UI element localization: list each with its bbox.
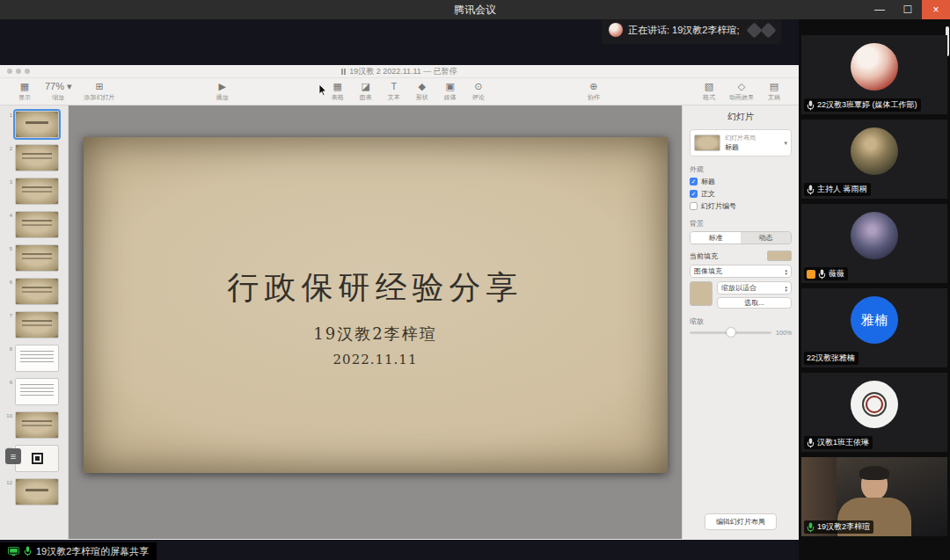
- participant-tile[interactable]: 22汉教3班覃婷 (媒体工作部): [801, 35, 947, 114]
- slide-thumbnail-preview[interactable]: [15, 445, 59, 472]
- keynote-titlebar[interactable]: 19汉教 2 2022.11.11 — 已暂停: [0, 65, 799, 78]
- appearance-option-正文[interactable]: ✓正文: [690, 189, 792, 199]
- participant-avatar: 雅楠: [851, 296, 898, 344]
- slide-thumbnail[interactable]: 2: [5, 144, 68, 171]
- participant-tile[interactable]: 主持人 蒋雨桐: [801, 120, 947, 199]
- participant-avatar: [851, 381, 898, 428]
- minimize-button[interactable]: —: [866, 0, 894, 19]
- toolbar-media-button[interactable]: ▣媒体: [442, 81, 458, 102]
- slide-navigator-button[interactable]: ≡: [5, 448, 21, 464]
- pause-icon: [341, 69, 346, 75]
- slide-thumbnail[interactable]: 12: [5, 478, 68, 505]
- collaborate-icon: ⊕: [589, 81, 597, 92]
- toolbar-document-button[interactable]: ▤文稿: [766, 81, 782, 102]
- participant-avatar: [851, 127, 898, 175]
- slide-date: 2022.11.11: [333, 352, 418, 367]
- slide-number: 8: [5, 345, 12, 352]
- appearance-option-幻灯片编号[interactable]: 幻灯片编号: [690, 201, 792, 211]
- participant-name: 22汉教3班覃婷 (媒体工作部): [817, 99, 917, 111]
- slide-thumbnail-preview[interactable]: [15, 478, 59, 505]
- layout-thumbnail: [694, 135, 720, 151]
- checkbox[interactable]: [690, 202, 698, 210]
- current-fill-swatch[interactable]: [767, 251, 792, 261]
- appearance-option-标题[interactable]: ✓标题: [690, 177, 792, 186]
- zoom-icon: 77% ▾: [45, 81, 72, 92]
- checkbox[interactable]: ✓: [690, 178, 698, 185]
- scale-value: 100%: [776, 330, 792, 336]
- slide-number: 5: [5, 244, 12, 251]
- participant-tile[interactable]: 汉教1班王依琳: [801, 373, 947, 452]
- slide-thumbnail[interactable]: 10: [5, 411, 68, 439]
- slide-thumbnail[interactable]: 8: [5, 345, 68, 372]
- current-slide[interactable]: 行政保研经验分享 19汉教2李梓瑄 2022.11.11: [84, 137, 668, 473]
- format-icon: ▧: [705, 81, 713, 92]
- toolbar-zoom-button[interactable]: 77% ▾缩放: [45, 81, 72, 102]
- slide-thumbnail-preview[interactable]: [15, 311, 59, 338]
- participant-tile[interactable]: 19汉教2李梓瑄: [801, 457, 947, 536]
- participant-tile[interactable]: 薇薇: [801, 204, 947, 283]
- toolbar-view-button[interactable]: ▦显示: [17, 81, 33, 102]
- toolbar-chart-button[interactable]: ◪图表: [358, 81, 374, 102]
- mic-icon: [807, 522, 815, 533]
- background-image-swatch[interactable]: [690, 281, 712, 306]
- toolbar-shape-button[interactable]: ◆形状: [414, 81, 430, 102]
- background-tab-标准[interactable]: 标准: [691, 232, 741, 244]
- participant-tile[interactable]: 雅楠22汉教张雅楠: [801, 288, 947, 367]
- slide-number: 6: [5, 278, 12, 285]
- toolbar-format-button[interactable]: ▧格式: [701, 81, 717, 102]
- toolbar-table-button[interactable]: ▦表格: [330, 81, 346, 102]
- toolbar-animate-button[interactable]: ◇动画效果: [729, 81, 754, 102]
- toolbar-add-slide-button[interactable]: ⊞添加幻灯片: [84, 81, 115, 102]
- slide-thumbnail[interactable]: 7: [5, 311, 68, 338]
- participants-sidebar: 22汉教3班覃婷 (媒体工作部)主持人 蒋雨桐薇薇雅楠22汉教张雅楠汉教1班王依…: [799, 19, 950, 560]
- scale-mode-dropdown[interactable]: 缩放以适合 ▴▾: [717, 281, 792, 295]
- participant-name-badge: 22汉教张雅楠: [804, 352, 859, 365]
- slide-thumbnail-preview[interactable]: [15, 244, 59, 272]
- screen-share-area: 正在讲话: 19汉教2李梓瑄; 19汉教 2 2022.11.11 — 已暂停 …: [0, 19, 799, 560]
- slider-knob[interactable]: [727, 328, 735, 337]
- slide-thumbnail[interactable]: 3: [5, 178, 68, 205]
- close-button[interactable]: ×: [922, 0, 950, 19]
- scale-slider[interactable]: [690, 331, 771, 334]
- fill-type-dropdown[interactable]: 图像填充 ▴▾: [690, 265, 792, 278]
- window-titlebar[interactable]: 腾讯会议 — ☐ ×: [0, 0, 950, 19]
- maximize-button[interactable]: ☐: [894, 0, 922, 19]
- slide-thumbnail-preview[interactable]: [15, 178, 59, 205]
- slide-thumbnail-preview[interactable]: [15, 211, 59, 238]
- layout-value: 标题: [725, 142, 779, 152]
- participant-avatar: [851, 43, 898, 91]
- slide-thumbnail[interactable]: 6: [5, 278, 68, 305]
- screen-share-status-pill[interactable]: 19汉教2李梓瑄的屏幕共享: [0, 542, 157, 560]
- background-tab-动态[interactable]: 动态: [741, 232, 791, 244]
- participant-name-badge: 19汉教2李梓瑄: [804, 520, 873, 534]
- slide-thumbnail-preview[interactable]: [15, 345, 59, 372]
- background-section-label: 背景: [690, 219, 792, 229]
- slide-thumbnail-preview[interactable]: [15, 378, 59, 405]
- edit-slide-layout-button[interactable]: 编辑幻灯片布局: [705, 513, 777, 530]
- slide-thumbnail-preview[interactable]: [15, 111, 59, 138]
- slide-thumbnail-preview[interactable]: [15, 144, 59, 171]
- slide-thumbnail[interactable]: 5: [5, 244, 68, 272]
- choose-image-button[interactable]: 选取...: [717, 297, 792, 309]
- toolbar-play-button[interactable]: ▶播放: [215, 81, 230, 102]
- animate-icon: ◇: [738, 81, 745, 92]
- appearance-section-label: 外观: [690, 164, 792, 174]
- slide-thumbnail-panel: 123456789101112≡: [0, 105, 69, 539]
- slide-thumbnail[interactable]: 9: [5, 378, 68, 405]
- window-controls: — ☐ ×: [866, 0, 950, 19]
- avatar-text: 雅楠: [861, 312, 888, 329]
- traffic-light-buttons[interactable]: [7, 69, 30, 74]
- slide-thumbnail-preview[interactable]: [15, 278, 59, 305]
- toolbar-comment-button[interactable]: ⊙评论: [471, 81, 486, 102]
- slide-canvas[interactable]: 行政保研经验分享 19汉教2李梓瑄 2022.11.11: [69, 105, 682, 539]
- slide-layout-dropdown[interactable]: 幻灯片布局 标题 ▾: [690, 129, 792, 156]
- slide-thumbnail[interactable]: 4: [5, 211, 68, 238]
- checkbox[interactable]: ✓: [690, 190, 698, 198]
- toolbar-text-button[interactable]: T文本: [386, 81, 402, 102]
- slide-thumbnail-preview[interactable]: [15, 411, 59, 439]
- toolbar-collaborate-button[interactable]: ⊕协作: [586, 81, 602, 102]
- chevron-updown-icon: ▴▾: [785, 268, 787, 275]
- slide-thumbnail[interactable]: 1: [5, 111, 68, 138]
- comment-icon: ⊙: [474, 81, 482, 92]
- current-fill-label: 当前填充: [690, 251, 718, 261]
